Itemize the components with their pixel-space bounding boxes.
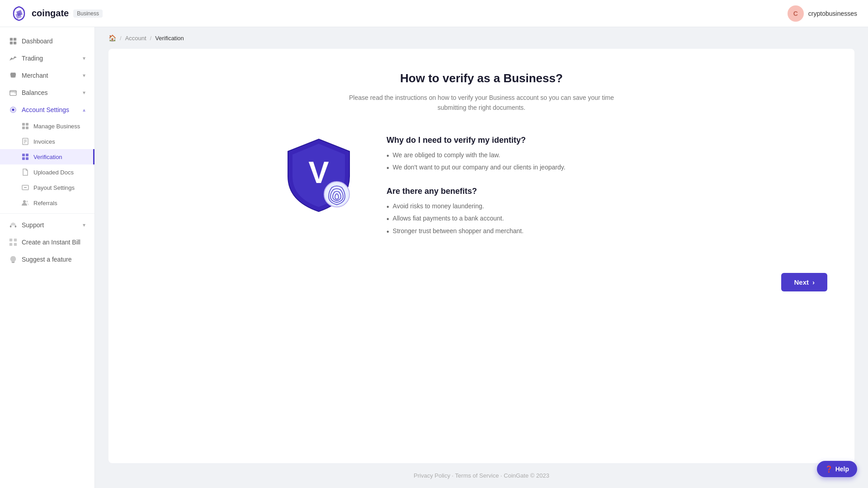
sub-label-verification: Verification xyxy=(33,154,62,160)
sidebar-item-account-settings[interactable]: Account Settings ▴ xyxy=(0,101,94,118)
sidebar-sub-invoices[interactable]: Invoices xyxy=(0,134,94,149)
svg-rect-23 xyxy=(10,225,12,228)
svg-rect-8 xyxy=(26,123,28,126)
sep-1: / xyxy=(120,35,122,42)
benefit-item-2: Allows fiat payments to a bank account. xyxy=(387,215,685,223)
main-layout: Dashboard Trading ▾ Merchant ▾ B xyxy=(0,27,868,488)
sidebar-label-balances: Balances xyxy=(22,89,48,96)
svg-rect-26 xyxy=(14,239,17,241)
breadcrumb: 🏠 / Account / Verification xyxy=(95,27,868,49)
why-list: We are obliged to comply with the law. W… xyxy=(387,151,685,172)
svg-rect-9 xyxy=(22,127,25,129)
svg-rect-7 xyxy=(22,123,25,126)
payout-icon xyxy=(22,184,29,191)
why-heading: Why do I need to verify my identity? xyxy=(387,136,685,145)
store-icon xyxy=(9,71,17,80)
sidebar-item-merchant[interactable]: Merchant ▾ xyxy=(0,67,94,84)
sidebar-item-balances[interactable]: Balances ▾ xyxy=(0,84,94,101)
sub-label-referrals: Referrals xyxy=(33,200,57,206)
sidebar-item-suggest[interactable]: Suggest a feature xyxy=(0,251,94,268)
svg-rect-16 xyxy=(26,154,28,156)
svg-rect-18 xyxy=(26,157,28,160)
info-text: Why do I need to verify my identity? We … xyxy=(387,136,685,250)
user-area[interactable]: C cryptobusinesses xyxy=(788,5,857,22)
help-circle-icon: ❓ xyxy=(825,465,833,473)
sidebar-item-trading[interactable]: Trading ▾ xyxy=(0,50,94,67)
page-footer: Privacy Policy · Terms of Service · Coin… xyxy=(95,463,868,488)
sub-label-uploaded-docs: Uploaded Docs xyxy=(33,169,74,176)
svg-rect-0 xyxy=(10,38,13,41)
svg-rect-28 xyxy=(14,243,17,246)
lightbulb-icon xyxy=(9,255,17,263)
shield-illustration: V xyxy=(278,136,359,215)
sub-label-invoices: Invoices xyxy=(33,138,55,145)
privacy-link[interactable]: Privacy Policy xyxy=(414,472,450,479)
page-title: How to verify as a Business? xyxy=(136,71,827,85)
benefit-item-1: Avoid risks to money laundering. xyxy=(387,202,685,211)
merchant-chevron: ▾ xyxy=(83,72,85,79)
svg-point-22 xyxy=(26,201,28,202)
sidebar-label-dashboard: Dashboard xyxy=(22,38,53,45)
sidebar-item-support[interactable]: Support ▾ xyxy=(0,216,94,234)
svg-rect-10 xyxy=(26,127,28,129)
sep-2: / xyxy=(150,35,152,42)
coingate-logo-icon xyxy=(11,5,27,22)
user-avatar: C xyxy=(788,5,804,22)
benefit-item-3: Stronger trust between shopper and merch… xyxy=(387,227,685,236)
sidebar-sub-referrals[interactable]: Referrals xyxy=(0,195,94,211)
help-label: Help xyxy=(835,465,849,473)
verify-icon xyxy=(22,153,29,160)
help-button[interactable]: ❓ Help xyxy=(817,461,857,477)
sidebar-sub-uploaded-docs[interactable]: Uploaded Docs xyxy=(0,164,94,180)
verification-card: How to verify as a Business? Please read… xyxy=(108,49,854,463)
next-arrow-icon: › xyxy=(812,278,815,286)
sidebar-item-create-bill[interactable]: Create an Instant Bill xyxy=(0,234,94,251)
svg-rect-3 xyxy=(14,42,16,44)
sidebar-sub-manage-business[interactable]: Manage Business xyxy=(0,118,94,134)
sidebar-label-trading: Trading xyxy=(22,55,43,62)
sub-label-payout-settings: Payout Settings xyxy=(33,184,75,191)
logo-area: coingate Business xyxy=(11,5,103,22)
settings-icon xyxy=(9,106,17,114)
shield-svg: V xyxy=(283,136,355,215)
logo-badge: Business xyxy=(73,9,103,18)
terms-link[interactable]: Terms of Service xyxy=(455,472,499,479)
trading-chevron: ▾ xyxy=(83,55,85,61)
sidebar-label-account-settings: Account Settings xyxy=(22,106,69,113)
chart-icon xyxy=(9,54,17,62)
svg-rect-1 xyxy=(14,38,16,41)
breadcrumb-account[interactable]: Account xyxy=(125,35,146,42)
svg-text:V: V xyxy=(308,155,329,189)
sidebar-item-dashboard[interactable]: Dashboard xyxy=(0,33,94,50)
sidebar-sub-verification[interactable]: Verification xyxy=(0,149,94,164)
benefits-heading: Are there any benefits? xyxy=(387,187,685,196)
invoice-icon xyxy=(22,138,29,145)
next-button[interactable]: Next › xyxy=(781,273,827,291)
grid-icon xyxy=(9,37,17,45)
support-chevron: ▾ xyxy=(83,222,85,228)
sidebar-label-merchant: Merchant xyxy=(22,72,48,79)
sidebar: Dashboard Trading ▾ Merchant ▾ B xyxy=(0,27,95,488)
svg-rect-29 xyxy=(12,262,14,263)
account-settings-chevron: ▴ xyxy=(83,107,85,113)
info-block-benefits: Are there any benefits? Avoid risks to m… xyxy=(387,187,685,236)
sidebar-label-suggest: Suggest a feature xyxy=(22,256,72,263)
breadcrumb-current: Verification xyxy=(155,35,184,42)
info-section: V xyxy=(278,136,685,250)
sidebar-label-create-bill: Create an Instant Bill xyxy=(22,239,80,246)
svg-point-31 xyxy=(324,182,349,207)
button-row: Next › xyxy=(136,273,827,291)
why-item-2: We don't want to put our company and our… xyxy=(387,164,685,172)
manage-icon xyxy=(22,122,29,130)
plus-icon xyxy=(9,238,17,246)
svg-rect-4 xyxy=(12,76,14,78)
sidebar-sub-payout-settings[interactable]: Payout Settings xyxy=(0,180,94,195)
logo-text: coingate xyxy=(32,8,69,19)
svg-point-6 xyxy=(12,108,14,111)
benefits-list: Avoid risks to money laundering. Allows … xyxy=(387,202,685,236)
why-item-1: We are obliged to comply with the law. xyxy=(387,151,685,160)
svg-point-21 xyxy=(23,200,26,203)
sub-label-manage-business: Manage Business xyxy=(33,123,80,130)
sidebar-divider-1 xyxy=(0,213,94,214)
home-icon[interactable]: 🏠 xyxy=(108,34,116,42)
